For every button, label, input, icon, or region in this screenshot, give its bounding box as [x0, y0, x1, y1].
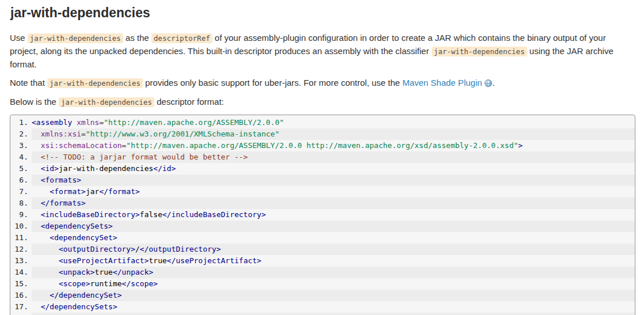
code-text: <dependencySet> [32, 232, 635, 244]
code-line: 10. <dependencySets> [10, 221, 635, 232]
code-line: 14. <unpack>true</unpack> [10, 267, 635, 278]
code-line: 13. <useProjectArtifact>true</useProject… [10, 255, 635, 267]
code-line: 6. <formats> [10, 174, 635, 186]
code-text: </formats> [32, 198, 635, 209]
inline-code: jar-with-dependencies [59, 97, 154, 107]
line-number: 6. [10, 174, 32, 186]
line-number: 4. [10, 151, 32, 163]
note-paragraph: Note that jar-with-dependencies provides… [10, 77, 635, 90]
line-number: 3. [10, 140, 32, 151]
line-number: 10. [10, 221, 32, 232]
line-number: 7. [10, 186, 32, 198]
code-line: 2. xmlns:xsi="http://www.w3.org/2001/XML… [10, 128, 635, 140]
inline-code: jar-with-dependencies [28, 33, 123, 43]
code-text: <useProjectArtifact>true</useProjectArti… [32, 255, 635, 267]
code-text: <scope>runtime</scope> [32, 278, 635, 290]
maven-shade-plugin-link[interactable]: Maven Shade Plugin [402, 78, 482, 88]
inline-code: jar-with-dependencies [47, 78, 143, 88]
line-number: 17. [10, 301, 32, 313]
line-number: 16. [10, 290, 32, 301]
code-line: 7. <format>jar</format> [10, 186, 635, 198]
code-line: 1.<assembly xmlns="http://maven.apache.o… [10, 117, 635, 128]
line-number: 12. [10, 244, 32, 255]
code-line: 17. </dependencySets> [10, 301, 635, 313]
code-line: 18.</assembly> [10, 313, 635, 315]
code-text: <assembly xmlns="http://maven.apache.org… [32, 117, 635, 128]
line-number: 1. [10, 117, 32, 128]
code-text: <id>jar-with-dependencies</id> [32, 163, 635, 174]
line-number: 15. [10, 278, 32, 290]
code-line: 3. xsi:schemaLocation="http://maven.apac… [10, 140, 635, 151]
code-text: xmlns:xsi="http://www.w3.org/2001/XMLSch… [32, 128, 635, 140]
code-text: <format>jar</format> [32, 186, 635, 198]
descriptor-code-block: 1.<assembly xmlns="http://maven.apache.o… [10, 115, 635, 315]
line-number: 11. [10, 232, 32, 244]
line-number: 13. [10, 255, 32, 267]
code-line: 12. <outputDirectory>/</outputDirectory> [10, 244, 635, 255]
code-line: 16. </dependencySet> [10, 290, 635, 301]
intro-paragraph: Use jar-with-dependencies as the descrip… [10, 32, 635, 71]
line-number: 2. [10, 128, 32, 140]
code-line: 4. <!-- TODO: a jarjar format would be b… [10, 151, 635, 163]
line-number: 18. [10, 313, 32, 315]
code-text: <unpack>true</unpack> [32, 267, 635, 278]
inline-code: jar-with-dependencies [432, 47, 527, 56]
below-paragraph: Below is the jar-with-dependencies descr… [10, 96, 635, 109]
line-number: 8. [10, 198, 32, 209]
external-link-globe-icon [485, 79, 492, 87]
code-text: <outputDirectory>/</outputDirectory> [32, 244, 635, 255]
page-title: jar-with-dependencies [10, 5, 635, 21]
code-text: <formats> [32, 174, 635, 186]
code-text: <dependencySets> [32, 221, 635, 232]
code-line: 15. <scope>runtime</scope> [10, 278, 635, 290]
code-line: 11. <dependencySet> [10, 232, 635, 244]
inline-code: descriptorRef [151, 33, 212, 43]
code-text: </assembly> [32, 313, 635, 315]
code-text: </dependencySet> [32, 290, 635, 301]
code-text: </dependencySets> [32, 301, 635, 313]
line-number: 9. [10, 209, 32, 221]
line-number: 5. [10, 163, 32, 174]
doc-content: jar-with-dependencies Use jar-with-depen… [0, 5, 644, 315]
code-text: xsi:schemaLocation="http://maven.apache.… [32, 140, 635, 151]
code-line: 8. </formats> [10, 198, 635, 209]
line-number: 14. [10, 267, 32, 278]
code-text: <includeBaseDirectory>false</includeBase… [32, 209, 635, 221]
code-text: <!-- TODO: a jarjar format would be bett… [32, 151, 635, 163]
code-line: 9. <includeBaseDirectory>false</includeB… [10, 209, 635, 221]
code-line: 5. <id>jar-with-dependencies</id> [10, 163, 635, 174]
